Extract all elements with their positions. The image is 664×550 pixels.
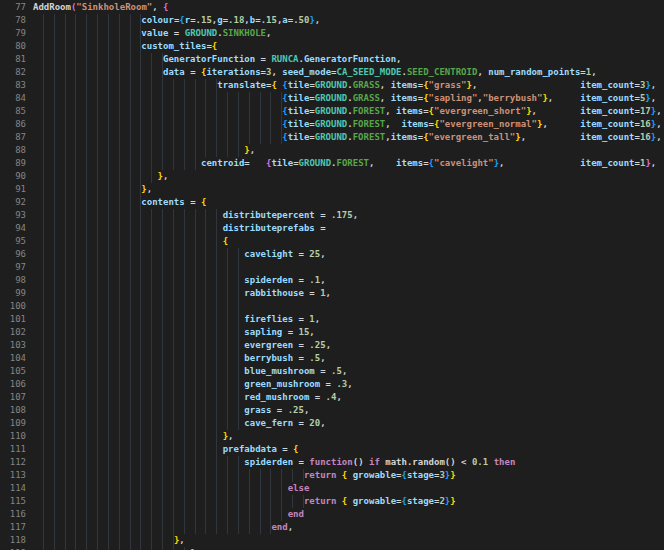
line-number[interactable]: 97 <box>0 261 26 274</box>
code-line[interactable]: 118}, <box>0 534 664 547</box>
line-number[interactable]: 108 <box>0 404 26 417</box>
code-text: grass = .25, <box>26 404 309 417</box>
code-line[interactable]: 89centroid= {tile=GROUND.FOREST, items={… <box>0 157 664 170</box>
line-number[interactable]: 102 <box>0 326 26 339</box>
code-line[interactable]: 97 <box>0 261 664 274</box>
code-text: { <box>26 235 228 248</box>
code-line[interactable]: 111prefabdata = { <box>0 443 664 456</box>
code-line[interactable]: 106green_mushroom = .3, <box>0 378 664 391</box>
line-number[interactable]: 81 <box>0 53 26 66</box>
line-number[interactable]: 82 <box>0 66 26 79</box>
line-number[interactable]: 109 <box>0 417 26 430</box>
line-number[interactable]: 107 <box>0 391 26 404</box>
line-number[interactable]: 92 <box>0 196 26 209</box>
code-line[interactable]: 96cavelight = 25, <box>0 248 664 261</box>
token: items <box>391 80 418 90</box>
line-number[interactable]: 113 <box>0 469 26 482</box>
line-number[interactable]: 111 <box>0 443 26 456</box>
line-number[interactable]: 80 <box>0 40 26 53</box>
code-line[interactable]: 77AddRoom("SinkholeRoom", { <box>0 1 664 14</box>
code-line[interactable]: 105blue_mushroom = .5, <box>0 365 664 378</box>
token: = <box>293 249 309 259</box>
line-number[interactable]: 96 <box>0 248 26 261</box>
line-number[interactable]: 99 <box>0 287 26 300</box>
code-line[interactable]: 98spiderden = .1, <box>0 274 664 287</box>
code-line[interactable]: 101fireflies = 1, <box>0 313 664 326</box>
code-line[interactable]: 86{tile=GROUND.FOREST, items={"evergreen… <box>0 118 664 131</box>
line-number[interactable]: 77 <box>0 1 26 14</box>
code-line[interactable]: 78colour={r=.15,g=.18,b=.15,a=.50}, <box>0 14 664 27</box>
token: distributepercent <box>223 210 315 220</box>
indent-guides <box>33 131 282 144</box>
code-line[interactable]: 113return { growable={stage=3}} <box>0 469 664 482</box>
line-number[interactable]: 100 <box>0 300 26 313</box>
line-number[interactable]: 83 <box>0 79 26 92</box>
code-line[interactable]: 84{tile=GROUND.GRASS, items={"sapling","… <box>0 92 664 105</box>
line-number[interactable]: 95 <box>0 235 26 248</box>
code-line[interactable]: 95{ <box>0 235 664 248</box>
code-line[interactable]: 115return { growable={stage=2}} <box>0 495 664 508</box>
token: evergreen <box>244 340 293 350</box>
line-number[interactable]: 110 <box>0 430 26 443</box>
code-line[interactable]: 104berrybush = .5, <box>0 352 664 365</box>
line-number[interactable]: 91 <box>0 183 26 196</box>
code-line[interactable]: 116end <box>0 508 664 521</box>
code-line[interactable]: 81GeneratorFunction = RUNCA.GeneratorFun… <box>0 53 664 66</box>
code-text: end, <box>26 521 293 534</box>
token: 15 <box>299 327 310 337</box>
code-line[interactable]: 92contents = { <box>0 196 664 209</box>
code-line[interactable]: 112spiderden = function() if math.random… <box>0 456 664 469</box>
code-line[interactable]: 80custom_tiles={ <box>0 40 664 53</box>
token: stage <box>407 496 434 506</box>
line-number[interactable]: 112 <box>0 456 26 469</box>
token: seed_mode <box>282 67 331 77</box>
token: GROUND <box>315 93 348 103</box>
line-number[interactable]: 103 <box>0 339 26 352</box>
code-text: end <box>26 508 304 521</box>
code-line[interactable]: 85{tile=GROUND.FOREST, items={"evergreen… <box>0 105 664 118</box>
token: end <box>288 509 304 519</box>
line-number[interactable]: 78 <box>0 14 26 27</box>
line-number[interactable]: 87 <box>0 131 26 144</box>
line-number[interactable]: 79 <box>0 27 26 40</box>
code-line[interactable]: 114else <box>0 482 664 495</box>
code-line[interactable]: 99rabbithouse = 1, <box>0 287 664 300</box>
line-number[interactable]: 88 <box>0 144 26 157</box>
line-number[interactable]: 86 <box>0 118 26 131</box>
line-number[interactable]: 93 <box>0 209 26 222</box>
code-line[interactable]: 110}, <box>0 430 664 443</box>
line-number[interactable]: 89 <box>0 157 26 170</box>
line-number[interactable]: 114 <box>0 482 26 495</box>
code-line[interactable]: 93distributepercent = .175, <box>0 209 664 222</box>
token: GRASS <box>353 80 380 90</box>
line-number[interactable]: 84 <box>0 92 26 105</box>
line-number[interactable]: 118 <box>0 534 26 547</box>
code-line[interactable]: 107red_mushroom = .4, <box>0 391 664 404</box>
code-line[interactable]: 100 <box>0 300 664 313</box>
code-text <box>26 261 244 274</box>
code-line[interactable]: 79value = GROUND.SINKHOLE, <box>0 27 664 40</box>
code-line[interactable]: 90}, <box>0 170 664 183</box>
code-line[interactable]: 117end, <box>0 521 664 534</box>
line-number[interactable]: 85 <box>0 105 26 118</box>
code-line[interactable]: 94distributeprefabs = <box>0 222 664 235</box>
code-line[interactable]: 91}, <box>0 183 664 196</box>
code-line[interactable]: 83translate={ {tile=GROUND.GRASS, items=… <box>0 79 664 92</box>
line-number[interactable]: 106 <box>0 378 26 391</box>
line-number[interactable]: 90 <box>0 170 26 183</box>
code-line[interactable]: 108grass = .25, <box>0 404 664 417</box>
code-line[interactable]: 87{tile=GROUND.FOREST,items={"evergreen_… <box>0 131 664 144</box>
line-number[interactable]: 101 <box>0 313 26 326</box>
code-line[interactable]: 102sapling = 15, <box>0 326 664 339</box>
code-line[interactable]: 109cave_fern = 20, <box>0 417 664 430</box>
line-number[interactable]: 104 <box>0 352 26 365</box>
line-number[interactable]: 115 <box>0 495 26 508</box>
code-line[interactable]: 88}, <box>0 144 664 157</box>
line-number[interactable]: 116 <box>0 508 26 521</box>
line-number[interactable]: 94 <box>0 222 26 235</box>
code-line[interactable]: 82data = {iterations=3, seed_mode=CA_SEE… <box>0 66 664 79</box>
code-line[interactable]: 103evergreen = .25, <box>0 339 664 352</box>
line-number[interactable]: 117 <box>0 521 26 534</box>
line-number[interactable]: 98 <box>0 274 26 287</box>
line-number[interactable]: 105 <box>0 365 26 378</box>
